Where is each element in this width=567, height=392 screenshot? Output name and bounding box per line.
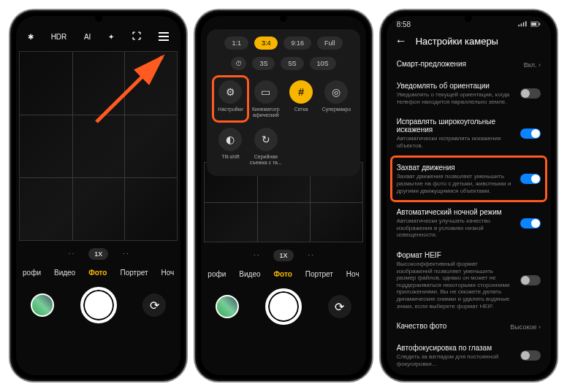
qs-label: Супермакро xyxy=(320,107,352,112)
mode-portrait[interactable]: Портрет xyxy=(120,269,148,277)
mode-night[interactable]: Ноч xyxy=(161,269,175,277)
back-arrow-icon[interactable]: ← xyxy=(395,34,407,47)
setting-title: Автофокусировка по глазам xyxy=(397,344,513,352)
phone-frame-3: 8:58 ← Настройки камеры Смарт-предложени… xyxy=(381,10,557,381)
settings-list[interactable]: Смарт-предложенияВкл. ›Уведомлять об ори… xyxy=(387,55,551,370)
settings-row[interactable]: Формат HEIFВысокоэффективный формат изоб… xyxy=(397,246,541,317)
camera-screen-main: ✱ HDR AI ✦ . . 1X . . рофи Видео xyxy=(16,16,180,375)
settings-row[interactable]: Качество фотоВысокое › xyxy=(397,317,541,339)
notch xyxy=(280,15,287,22)
setting-title: Захват движения xyxy=(397,164,513,172)
aspect-9-16[interactable]: 9:16 xyxy=(284,36,311,50)
setting-desc: Захват движения позволяет уменьшить разм… xyxy=(397,173,513,194)
film-icon: ▭ xyxy=(254,80,278,104)
toggle-switch[interactable] xyxy=(520,88,541,99)
tilt-shift-icon: ◐ xyxy=(218,128,242,151)
qs-label: Tilt-shift xyxy=(214,154,246,160)
zoom-dots: . . xyxy=(254,250,259,261)
notch xyxy=(95,15,102,22)
qs-tilt-shift[interactable]: ◐ Tilt-shift xyxy=(214,125,246,168)
setting-desc: Автоматически улучшать качество изображе… xyxy=(397,218,513,239)
status-time: 8:58 xyxy=(397,20,411,28)
mode-portrait[interactable]: Портрет xyxy=(305,270,333,278)
quick-settings-grid: ⚙ Настройки ▭ Кинематогр афический # Сет… xyxy=(214,77,352,169)
gallery-thumb[interactable] xyxy=(31,293,54,317)
toggle-switch[interactable] xyxy=(520,218,541,228)
zoom-value[interactable]: 1X xyxy=(273,250,293,261)
settings-row[interactable]: Автоматический ночной режимАвтоматически… xyxy=(397,203,541,246)
viewfinder-grid[interactable] xyxy=(19,51,178,241)
zoom-value[interactable]: 1X xyxy=(88,248,108,260)
timer-row: ⏱ 3S 5S 10S xyxy=(214,57,352,70)
mode-photo[interactable]: Фото xyxy=(274,270,292,278)
aspect-3-4[interactable]: 3:4 xyxy=(254,36,278,50)
frame-icon[interactable] xyxy=(129,29,145,44)
settings-header: ← Настройки камеры xyxy=(387,28,551,55)
quick-settings-panel: 1:1 3:4 9:16 Full ⏱ 3S 5S 10S ⚙ Настройк… xyxy=(207,29,359,176)
setting-desc: Следить за взглядом для постоянной фокус… xyxy=(397,353,513,367)
aspect-1-1[interactable]: 1:1 xyxy=(224,36,248,50)
qs-cinematic[interactable]: ▭ Кинематогр афический xyxy=(250,77,282,120)
shutter-button[interactable] xyxy=(265,288,302,325)
settings-row[interactable]: Автофокусировка по глазамСледить за взгл… xyxy=(397,339,541,370)
phone-frame-1: ✱ HDR AI ✦ . . 1X . . рофи Видео xyxy=(10,10,186,381)
setting-title: Уведомлять об ориентации xyxy=(397,82,513,90)
notch xyxy=(465,15,472,22)
setting-title: Формат HEIF xyxy=(397,251,513,259)
zoom-selector[interactable]: . . 1X . . xyxy=(16,241,180,264)
qs-label: Настройки xyxy=(214,107,246,112)
signal-icon xyxy=(517,20,528,28)
toggle-switch[interactable] xyxy=(520,174,541,184)
timer-3s[interactable]: 3S xyxy=(252,57,275,70)
zoom-selector[interactable]: . . 1X . . xyxy=(201,242,365,266)
qs-settings[interactable]: ⚙ Настройки xyxy=(214,77,246,120)
page-title: Настройки камеры xyxy=(416,36,498,47)
menu-button[interactable] xyxy=(156,31,172,42)
timer-10s[interactable]: 10S xyxy=(310,57,336,70)
timer-5s[interactable]: 5S xyxy=(281,57,303,70)
setting-title: Автоматический ночной режим xyxy=(397,208,513,216)
mode-video[interactable]: Видео xyxy=(239,270,260,278)
shutter-button[interactable] xyxy=(80,287,117,323)
qs-grid-toggle[interactable]: # Сетка xyxy=(285,77,317,120)
setting-desc: Высокоэффективный формат изображений поз… xyxy=(397,261,513,310)
toggle-switch[interactable] xyxy=(520,350,541,361)
qs-label: Сетка xyxy=(285,107,317,112)
gallery-thumb[interactable] xyxy=(216,295,239,318)
mode-night[interactable]: Ноч xyxy=(346,270,359,278)
settings-row[interactable]: Захват движенияЗахват движения позволяет… xyxy=(392,158,545,200)
flip-camera[interactable]: ⟳ xyxy=(142,293,166,317)
camera-modes[interactable]: рофи Видео Фото Портрет Ноч xyxy=(16,264,180,281)
setting-desc: Автоматически исправлять искажения объек… xyxy=(397,135,513,149)
settings-row[interactable]: Уведомлять об ориентацииУведомлять о тек… xyxy=(397,77,541,112)
mode-video[interactable]: Видео xyxy=(54,269,75,277)
timer-icon[interactable]: ⏱ xyxy=(231,57,246,70)
grid-icon: # xyxy=(289,80,313,104)
zoom-dots: . . xyxy=(69,248,75,260)
qs-supermacro[interactable]: ◎ Супермакро xyxy=(320,77,352,120)
settings-row[interactable]: Смарт-предложенияВкл. › xyxy=(397,55,541,77)
toggle-switch[interactable] xyxy=(520,128,541,139)
mode-photo[interactable]: Фото xyxy=(88,269,107,277)
setting-value: Вкл. › xyxy=(524,61,541,69)
qs-burst[interactable]: ↻ Серийная съемка с та... xyxy=(250,125,282,168)
flash-icon[interactable]: ✱ xyxy=(25,31,37,42)
setting-title: Смарт-предложения xyxy=(397,60,517,68)
hdr-toggle[interactable]: HDR xyxy=(48,31,70,42)
flip-camera[interactable]: ⟳ xyxy=(328,295,351,318)
aspect-full[interactable]: Full xyxy=(317,36,343,50)
filter-icon[interactable]: ✦ xyxy=(105,31,117,42)
setting-desc: Уведомлять о текущей ориентации, когда т… xyxy=(397,91,513,105)
camera-settings-screen: 8:58 ← Настройки камеры Смарт-предложени… xyxy=(387,16,551,375)
zoom-dots: . . xyxy=(308,250,314,261)
mode-pro[interactable]: рофи xyxy=(23,269,41,277)
mode-pro[interactable]: рофи xyxy=(208,270,226,278)
ai-toggle[interactable]: AI xyxy=(81,31,94,42)
camera-modes[interactable]: рофи Видео Фото Портрет Ноч xyxy=(201,266,365,283)
shutter-row: ⟳ xyxy=(16,281,180,329)
shutter-row: ⟳ xyxy=(201,283,365,331)
aspect-ratio-row: 1:1 3:4 9:16 Full xyxy=(214,36,352,50)
gear-icon: ⚙ xyxy=(218,80,242,104)
toggle-switch[interactable] xyxy=(520,275,541,285)
settings-row[interactable]: Исправлять широкоугольные искаженияАвтом… xyxy=(397,112,541,156)
